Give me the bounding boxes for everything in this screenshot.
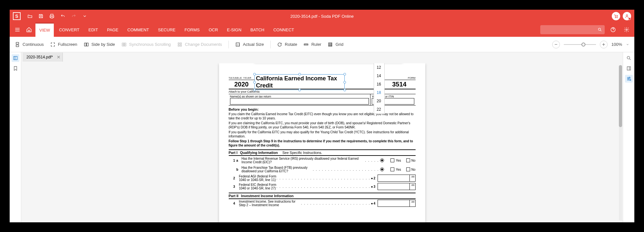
- tool-grid[interactable]: Grid: [328, 42, 343, 47]
- q1a-text: Has the Internal Revenue Service (IRS) p…: [242, 157, 364, 164]
- close-icon[interactable]: ✕: [57, 55, 61, 60]
- more-icon[interactable]: [80, 11, 90, 21]
- font-size-dropdown: 12 14 16 18 20 22: [374, 63, 385, 114]
- svg-text:1:1: 1:1: [237, 43, 240, 45]
- svg-point-5: [626, 29, 628, 31]
- tool-fullscreen[interactable]: Fullscreen: [50, 42, 77, 47]
- menu-batch[interactable]: BATCH: [246, 23, 268, 37]
- menu-page[interactable]: PAGE: [103, 23, 122, 37]
- svg-rect-7: [16, 45, 19, 46]
- svg-rect-6: [16, 42, 19, 44]
- q3-amount[interactable]: [378, 183, 410, 190]
- intro-p4: Follow Step 1 through Step 9 in the inst…: [229, 139, 416, 147]
- menu-esign[interactable]: E-SIGN: [223, 23, 245, 37]
- names-label: Name(s) as shown on tax return: [230, 95, 369, 98]
- save-icon[interactable]: [36, 11, 46, 21]
- svg-rect-20: [14, 56, 17, 60]
- hamburger-icon[interactable]: [12, 25, 23, 35]
- svg-rect-19: [329, 43, 332, 46]
- zoom-out-button[interactable]: −: [552, 41, 560, 48]
- tool-sidebyside[interactable]: Side by Side: [84, 42, 115, 47]
- tool-continuous[interactable]: Continuous: [15, 42, 44, 47]
- size-option[interactable]: 18: [374, 88, 384, 97]
- print-icon[interactable]: [47, 11, 57, 21]
- panel-right-icon[interactable]: [625, 65, 633, 72]
- search-input[interactable]: [540, 25, 605, 34]
- titlebar: S 2020-3514.pdf - Soda PDF Online: [10, 10, 634, 23]
- search-icon[interactable]: [625, 54, 633, 62]
- menu-convert[interactable]: CONVERT: [55, 23, 83, 37]
- zoom-in-button[interactable]: +: [600, 41, 608, 48]
- intro-p3: If you qualify for the California EITC y…: [229, 130, 416, 138]
- open-icon[interactable]: [25, 11, 35, 21]
- menu-comment[interactable]: COMMENT: [123, 23, 153, 37]
- chevron-down-icon[interactable]: [626, 43, 629, 46]
- menu-ocr[interactable]: OCR: [205, 23, 222, 37]
- cart-icon[interactable]: [612, 12, 620, 20]
- document-tab[interactable]: 2020-3514.pdf* ✕: [23, 53, 63, 62]
- zoom-value[interactable]: 100%: [611, 42, 622, 47]
- q4-amount[interactable]: [378, 200, 410, 207]
- menu-secure[interactable]: SECURE: [154, 23, 179, 37]
- svg-point-1: [617, 17, 618, 18]
- svg-rect-9: [86, 43, 88, 46]
- q1b-yes-checkbox[interactable]: [390, 167, 394, 171]
- q1b-no-checkbox[interactable]: [406, 167, 410, 171]
- settings-icon[interactable]: [621, 25, 632, 35]
- q2-text: Federal AGI (federal Form 1040 or 1040-S…: [239, 175, 277, 182]
- panel-icon[interactable]: [12, 54, 19, 62]
- redo-icon[interactable]: [69, 11, 79, 21]
- part2-header: Part IIInvestment Income Information: [229, 193, 416, 199]
- size-option[interactable]: 20: [374, 97, 384, 105]
- q1a-no-checkbox[interactable]: [406, 158, 410, 162]
- q2-amount[interactable]: [378, 175, 410, 182]
- window-title: 2020-3514.pdf - Soda PDF Online: [290, 14, 354, 19]
- form-label: FORM: [383, 76, 416, 80]
- form-number: 3514: [383, 80, 416, 89]
- svg-point-23: [629, 77, 630, 78]
- svg-rect-8: [84, 43, 86, 46]
- part1-header: Part IQualifying Information See Specifi…: [229, 149, 416, 156]
- svg-rect-14: [178, 45, 179, 46]
- size-option[interactable]: 22: [374, 105, 384, 114]
- view-toolbar: Continuous Fullscreen Side by Side Synch…: [10, 37, 634, 52]
- menu-edit[interactable]: EDIT: [85, 23, 102, 37]
- tool-changedocs: Change Documents: [177, 42, 222, 47]
- size-option[interactable]: 12: [374, 63, 384, 72]
- menu-view[interactable]: VIEW: [35, 23, 54, 37]
- help-icon[interactable]: [608, 25, 618, 35]
- menu-forms[interactable]: FORMS: [181, 23, 204, 37]
- svg-point-25: [630, 80, 631, 81]
- svg-point-24: [628, 78, 629, 79]
- tool-rotate[interactable]: Rotate: [277, 42, 297, 47]
- home-icon[interactable]: [24, 25, 34, 35]
- size-option[interactable]: 14: [374, 72, 384, 80]
- attach-note: Attach to your California: [229, 89, 416, 94]
- svg-point-21: [627, 56, 630, 59]
- q1a-yes-checkbox[interactable]: [390, 158, 394, 162]
- svg-rect-12: [178, 43, 179, 44]
- size-option[interactable]: 16: [374, 80, 384, 88]
- before-begin-heading: Before you begin:: [229, 107, 416, 111]
- tool-ruler[interactable]: Ruler: [303, 42, 321, 47]
- svg-rect-13: [180, 43, 181, 44]
- menubar: VIEW CONVERT EDIT PAGE COMMENT SECURE FO…: [10, 23, 634, 37]
- q1a-radio[interactable]: [380, 158, 384, 162]
- bookmark-icon[interactable]: [12, 65, 19, 72]
- sliders-icon[interactable]: [625, 75, 633, 83]
- scrollbar[interactable]: [619, 65, 622, 220]
- document-canvas[interactable]: View Edit AISelect Text B I ✕: [23, 63, 621, 222]
- name-input[interactable]: [230, 98, 369, 105]
- zoom-slider[interactable]: [564, 44, 596, 45]
- undo-icon[interactable]: [58, 11, 68, 21]
- svg-rect-15: [180, 45, 181, 46]
- left-sidebar: [10, 52, 21, 222]
- q1b-radio[interactable]: [380, 167, 384, 171]
- q4-text: Investment Income. See instructions for …: [239, 200, 301, 207]
- menu-connect[interactable]: CONNECT: [269, 23, 298, 37]
- tool-actualsize[interactable]: 1:1Actual Size: [235, 42, 264, 47]
- account-icon[interactable]: [623, 12, 631, 20]
- svg-point-2: [626, 15, 628, 16]
- title-edit-box[interactable]: California Earned Income Tax Credit: [255, 74, 345, 90]
- tax-year: 2020: [229, 80, 255, 89]
